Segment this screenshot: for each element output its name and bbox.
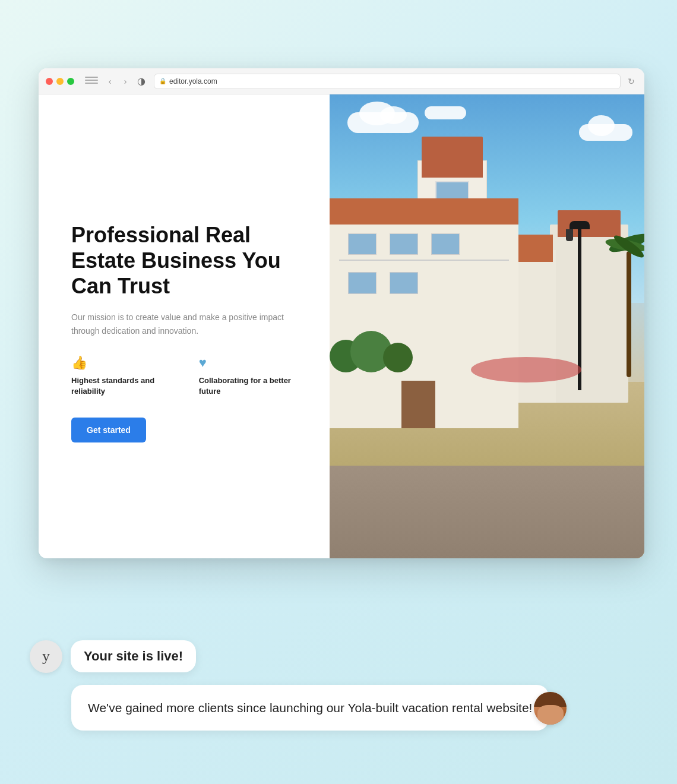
notification-text-1: Your site is live!: [84, 649, 183, 663]
notification-row-1: y Your site is live!: [30, 640, 647, 673]
user-avatar: [534, 692, 567, 725]
back-button[interactable]: ‹: [104, 75, 116, 87]
forward-button[interactable]: ›: [119, 75, 131, 87]
heart-icon: ♥: [199, 355, 306, 371]
reload-button[interactable]: ↻: [625, 75, 637, 87]
buildings: [330, 173, 644, 429]
sidebar-toggle-icon[interactable]: [85, 77, 98, 86]
close-button[interactable]: [46, 78, 53, 85]
avatar-face-skin: [537, 705, 564, 725]
address-bar[interactable]: 🔒 editor.yola.com: [154, 74, 621, 89]
hero-left-panel: Professional Real Estate Business You Ca…: [39, 94, 330, 558]
feature-standards: 👍 Highest standards and reliability: [71, 355, 181, 397]
feature-collaboration-label: Collaborating for a better future: [199, 375, 306, 397]
yola-letter: y: [42, 647, 50, 665]
notifications-area: y Your site is live! We've gained more c…: [30, 640, 647, 731]
browser-content: Professional Real Estate Business You Ca…: [39, 94, 644, 558]
cloud-1: [347, 112, 419, 133]
notification-text-2: We've gained more clients since launchin…: [88, 701, 532, 715]
feature-collaboration: ♥ Collaborating for a better future: [199, 355, 306, 397]
features-row: 👍 Highest standards and reliability ♥ Co…: [71, 355, 306, 397]
browser-window: ‹ › ◑ 🔒 editor.yola.com ↻ Professional R…: [39, 68, 644, 558]
notification-bubble-1: Your site is live!: [71, 640, 196, 672]
get-started-button[interactable]: Get started: [71, 418, 146, 442]
url-text: editor.yola.com: [169, 77, 217, 86]
minimize-button[interactable]: [56, 78, 64, 85]
cloud-3: [425, 106, 466, 119]
hero-right-panel: [330, 94, 644, 558]
lock-icon: 🔒: [159, 78, 166, 84]
maximize-button[interactable]: [67, 78, 74, 85]
feature-standards-label: Highest standards and reliability: [71, 375, 181, 397]
thumbsup-icon: 👍: [71, 355, 181, 371]
house-image: [330, 94, 644, 558]
browser-dots: [46, 78, 74, 85]
cloud-2: [579, 124, 632, 141]
browser-toolbar: ‹ › ◑ 🔒 editor.yola.com ↻: [39, 68, 644, 94]
notification-row-2: We've gained more clients since launchin…: [30, 685, 647, 731]
road: [330, 466, 644, 558]
hero-subtitle: Our mission is to create value and make …: [71, 311, 306, 337]
hero-title: Professional Real Estate Business You Ca…: [71, 222, 306, 299]
yola-avatar: y: [30, 640, 62, 673]
shield-icon: ◑: [137, 75, 145, 87]
avatar-face: [534, 692, 567, 725]
notification-bubble-2: We've gained more clients since launchin…: [71, 685, 549, 731]
browser-nav: ‹ ›: [104, 75, 131, 87]
